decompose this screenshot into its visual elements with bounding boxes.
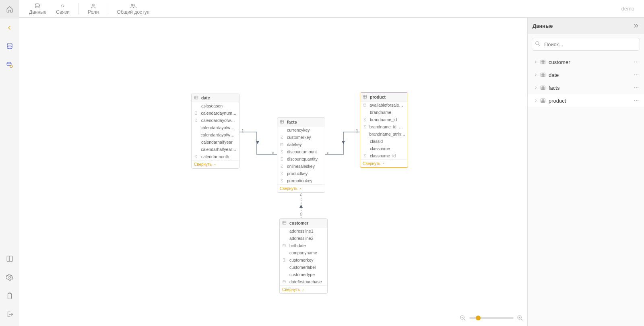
field-row[interactable]: brandname <box>360 109 408 116</box>
field-row[interactable]: promotionkey <box>277 177 325 184</box>
field-row[interactable]: availableforsaledate <box>360 101 408 109</box>
field-row[interactable]: customertype <box>280 271 327 278</box>
diagram-table-date[interactable]: dateasiaseasoncalendardaynumbercalendard… <box>191 93 239 169</box>
field-row[interactable]: discountamount <box>277 148 325 155</box>
clipboard-icon[interactable] <box>0 287 19 305</box>
table-title: facts <box>285 120 297 124</box>
zoom-in-icon[interactable] <box>517 315 523 321</box>
field-row[interactable]: classid <box>360 138 408 145</box>
book-icon[interactable] <box>0 250 19 268</box>
field-row[interactable]: calendardayofweek <box>192 117 239 124</box>
field-type-icon <box>280 150 285 154</box>
dataset-icon[interactable] <box>0 56 19 74</box>
toolbar-roles-button[interactable]: Роли <box>83 2 104 16</box>
field-row[interactable]: classname_id <box>360 152 408 159</box>
field-row[interactable]: discountquantity <box>277 155 325 163</box>
svg-point-6 <box>35 4 39 5</box>
field-type-icon <box>280 171 285 175</box>
field-row[interactable]: customerkey <box>280 256 327 264</box>
more-icon[interactable] <box>632 85 641 91</box>
collapse-button[interactable]: Свернуть <box>192 160 239 168</box>
data-item-customer[interactable]: customer <box>528 56 644 68</box>
home-icon[interactable] <box>0 0 19 19</box>
toolbar-data-button[interactable]: Данные <box>24 2 51 16</box>
field-row[interactable]: companyname <box>280 249 327 256</box>
field-row[interactable]: datekey <box>277 141 325 148</box>
table-header[interactable]: customer <box>280 219 327 227</box>
logout-icon[interactable] <box>0 305 19 324</box>
field-name: customerlabel <box>288 265 316 270</box>
search-input[interactable] <box>532 38 640 51</box>
svg-point-8 <box>131 4 133 6</box>
field-row[interactable]: customerlabel <box>280 264 327 271</box>
table-icon <box>539 85 547 91</box>
field-name: customerkey <box>285 135 311 140</box>
cardinality-label: * <box>299 194 301 198</box>
table-header[interactable]: date <box>192 93 239 102</box>
zoom-out-icon[interactable] <box>460 315 466 321</box>
svg-point-38 <box>636 100 637 101</box>
field-row[interactable]: birthdate <box>280 242 327 249</box>
field-row[interactable]: classname <box>360 145 408 152</box>
table-title: product <box>368 95 386 99</box>
collapse-button[interactable]: Свернуть <box>277 184 325 192</box>
cardinality-label: * <box>327 151 328 156</box>
collapse-button[interactable]: Свернуть <box>360 159 408 167</box>
field-type-icon <box>363 125 368 129</box>
field-row[interactable]: onlinesaleskey <box>277 163 325 170</box>
toolbar-roles-label: Роли <box>88 10 99 15</box>
back-icon[interactable] <box>0 19 19 37</box>
search-icon <box>535 41 541 48</box>
field-name: customertype <box>288 272 315 277</box>
field-row[interactable]: addressline1 <box>280 227 327 235</box>
zoom-slider[interactable] <box>469 317 514 319</box>
field-row[interactable]: calendarhalfyearla... <box>192 146 239 153</box>
field-name: addressline2 <box>288 236 314 241</box>
zoom-controls <box>460 315 523 321</box>
field-type-icon <box>282 280 288 284</box>
divider <box>78 3 79 14</box>
field-name: classname <box>368 146 390 151</box>
field-row[interactable]: asiaseason <box>192 102 239 109</box>
diagram-table-facts[interactable]: factscurrencykeycustomerkeydatekeydiscou… <box>277 117 325 193</box>
field-row[interactable]: customerkey <box>277 134 325 141</box>
diagram-canvas[interactable]: 1 * 1 * 1 * dateasiaseasoncalendardaynum… <box>19 18 527 326</box>
data-panel-header: Данные <box>528 18 644 34</box>
diagram-table-product[interactable]: productavailableforsaledatebrandnamebran… <box>360 92 408 168</box>
field-row[interactable]: calendardayofweek... <box>192 124 239 131</box>
svg-point-1 <box>7 62 11 64</box>
svg-point-7 <box>93 4 94 6</box>
toolbar-share-button[interactable]: Общий доступ <box>112 2 155 16</box>
database-icon[interactable] <box>0 37 19 56</box>
field-name: availableforsaledate <box>368 103 405 107</box>
table-header[interactable]: facts <box>277 118 325 126</box>
field-row[interactable]: calendarhalfyear <box>192 138 239 146</box>
field-row[interactable]: addressline2 <box>280 235 327 242</box>
table-header[interactable]: product <box>360 93 408 101</box>
search-container <box>532 38 640 51</box>
gear-icon[interactable] <box>0 268 19 287</box>
field-row[interactable]: calendardayofweek... <box>192 131 239 138</box>
toolbar-relations-button[interactable]: Связи <box>51 2 74 16</box>
data-item-date[interactable]: date <box>528 68 644 81</box>
svg-point-31 <box>638 74 638 75</box>
field-row[interactable]: brandname_string_... <box>360 130 408 138</box>
field-row[interactable]: calendarmonth <box>192 153 239 160</box>
svg-rect-17 <box>363 104 366 106</box>
collapse-panel-icon[interactable] <box>633 23 639 29</box>
field-type-icon <box>282 243 288 248</box>
field-row[interactable]: datefirstpurchase <box>280 278 327 285</box>
more-icon[interactable] <box>632 72 641 78</box>
more-icon[interactable] <box>632 98 641 103</box>
user-label[interactable]: demo <box>621 6 639 12</box>
diagram-table-customer[interactable]: customeraddressline1addressline2birthdat… <box>279 218 328 294</box>
field-row[interactable]: brandname_id <box>360 116 408 123</box>
field-row[interactable]: brandname_id_null... <box>360 123 408 130</box>
field-row[interactable]: currencykey <box>277 126 325 134</box>
data-item-facts[interactable]: facts <box>528 81 644 94</box>
field-row[interactable]: productkey <box>277 170 325 177</box>
field-row[interactable]: calendardaynumber <box>192 109 239 117</box>
collapse-button[interactable]: Свернуть <box>280 285 327 293</box>
more-icon[interactable] <box>632 59 641 65</box>
data-item-product[interactable]: product <box>528 94 644 107</box>
